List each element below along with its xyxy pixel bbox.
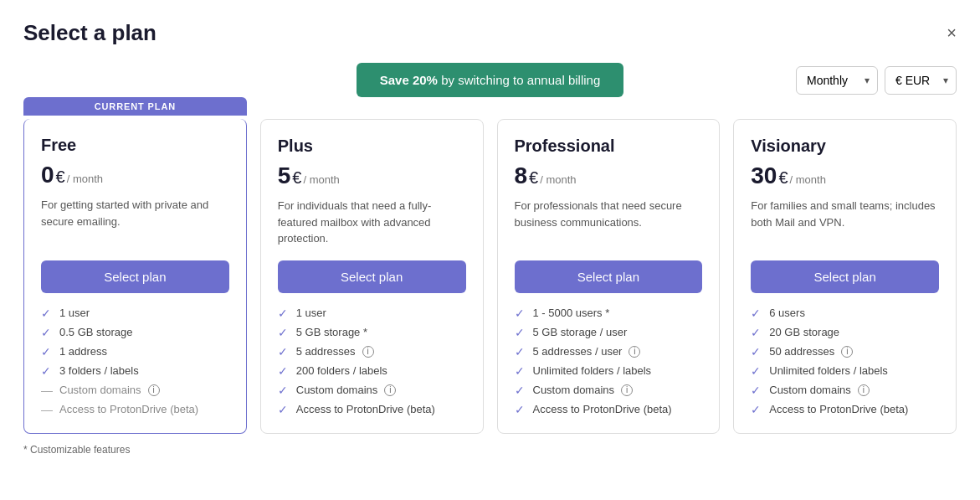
plan-card-free: CURRENT PLANFree 0 € / month For getting…: [23, 119, 247, 434]
price-currency: €: [529, 168, 538, 188]
save-bold: Save 20%: [380, 73, 438, 87]
check-icon: ✓: [41, 307, 53, 320]
features-list-free: ✓ 1 user ✓ 0.5 GB storage ✓ 1 address ✓ …: [41, 307, 229, 416]
feature-text: 6 users: [769, 307, 805, 319]
feature-item: ✓ 1 user: [278, 307, 466, 320]
billing-controls: Monthly Annually € EUR $ USD £ GBP: [796, 66, 957, 95]
info-icon[interactable]: i: [858, 384, 870, 396]
feature-text: Access to ProtonDrive (beta): [769, 403, 908, 415]
feature-item: ✓ Custom domains i: [751, 384, 939, 397]
info-icon[interactable]: i: [148, 384, 160, 396]
page-title: Select a plan: [23, 20, 156, 46]
dash-icon: —: [41, 403, 53, 416]
feature-text: 5 GB storage *: [296, 326, 367, 338]
check-icon: ✓: [278, 326, 290, 339]
price-period: / month: [303, 173, 339, 186]
check-icon: ✓: [751, 345, 762, 358]
feature-item: ✓ Access to ProtonDrive (beta): [751, 403, 939, 416]
info-icon[interactable]: i: [629, 346, 640, 358]
save-text: by switching to annual billing: [438, 73, 600, 87]
plans-section: CURRENT PLANFree 0 € / month For getting…: [23, 119, 957, 456]
check-icon: ✓: [278, 384, 290, 397]
plan-price-free: 0 € / month: [41, 162, 229, 188]
plans-grid: CURRENT PLANFree 0 € / month For getting…: [23, 119, 957, 434]
currency-select[interactable]: € EUR $ USD £ GBP: [885, 66, 957, 95]
price-amount: 8: [515, 162, 528, 189]
feature-item: ✓ Access to ProtonDrive (beta): [515, 403, 703, 416]
price-currency: €: [56, 168, 65, 187]
features-list-plus: ✓ 1 user ✓ 5 GB storage * ✓ 5 addresses …: [278, 307, 466, 416]
billing-select-wrapper: Monthly Annually: [796, 66, 878, 95]
check-icon: ✓: [515, 307, 526, 320]
feature-text: Access to ProtonDrive (beta): [533, 403, 672, 415]
check-icon: ✓: [278, 403, 290, 416]
plan-card-professional: Professional 8 € / month For professiona…: [497, 119, 721, 434]
feature-item: ✓ 6 users: [751, 307, 939, 320]
plan-name-visionary: Visionary: [751, 137, 939, 156]
feature-item: ✓ Custom domains i: [515, 384, 703, 397]
select-plan-button-free[interactable]: Select plan: [41, 260, 229, 293]
check-icon: ✓: [41, 364, 53, 378]
toolbar: Save 20% by switching to annual billing …: [23, 63, 957, 97]
plan-card-plus: Plus 5 € / month For individuals that ne…: [260, 119, 484, 434]
plan-description-plus: For individuals that need a fully-featur…: [278, 198, 466, 247]
feature-text: Custom domains: [59, 384, 141, 396]
price-period: / month: [67, 173, 103, 185]
feature-item: ✓ 5 addresses i: [278, 345, 466, 358]
check-icon: ✓: [278, 345, 290, 358]
feature-item: ✓ 200 folders / labels: [278, 364, 466, 378]
feature-item: — Custom domains i: [41, 384, 229, 397]
feature-item: ✓ Unlimited folders / labels: [515, 364, 703, 378]
check-icon: ✓: [515, 326, 526, 339]
check-icon: ✓: [751, 326, 762, 339]
features-list-professional: ✓ 1 - 5000 users * ✓ 5 GB storage / user…: [515, 307, 703, 416]
select-plan-button-visionary[interactable]: Select plan: [751, 260, 939, 293]
feature-item: ✓ 5 GB storage / user: [515, 326, 703, 339]
check-icon: ✓: [751, 307, 762, 320]
billing-select[interactable]: Monthly Annually: [796, 66, 878, 95]
feature-item: ✓ 50 addresses i: [751, 345, 939, 358]
select-plan-button-plus[interactable]: Select plan: [278, 260, 466, 293]
feature-text: 0.5 GB storage: [59, 326, 132, 338]
feature-item: ✓ Unlimited folders / labels: [751, 364, 939, 378]
plan-name-plus: Plus: [278, 137, 466, 156]
check-icon: ✓: [515, 384, 526, 397]
feature-item: ✓ 5 addresses / user i: [515, 345, 703, 358]
feature-item: ✓ 20 GB storage: [751, 326, 939, 339]
feature-item: ✓ Access to ProtonDrive (beta): [278, 403, 466, 416]
plan-card-visionary: Visionary 30 € / month For families and …: [733, 119, 957, 434]
check-icon: ✓: [515, 345, 526, 358]
features-list-visionary: ✓ 6 users ✓ 20 GB storage ✓ 50 addresses…: [751, 307, 939, 416]
plan-description-free: For getting started with private and sec…: [41, 197, 229, 247]
feature-item: ✓ 0.5 GB storage: [41, 326, 229, 339]
price-period: / month: [790, 173, 826, 186]
close-icon[interactable]: ×: [947, 23, 957, 43]
info-icon[interactable]: i: [841, 346, 853, 358]
check-icon: ✓: [515, 403, 526, 416]
price-currency: €: [292, 168, 301, 188]
feature-item: ✓ Custom domains i: [278, 384, 466, 397]
info-icon[interactable]: i: [621, 384, 633, 396]
feature-item: ✓ 1 address: [41, 345, 229, 358]
check-icon: ✓: [515, 364, 526, 378]
footnote: * Customizable features: [23, 444, 957, 456]
feature-text: 5 addresses: [296, 345, 356, 358]
info-icon[interactable]: i: [384, 384, 396, 396]
feature-text: Custom domains: [296, 384, 378, 396]
price-period: / month: [540, 173, 576, 186]
select-plan-button-professional[interactable]: Select plan: [515, 260, 703, 293]
check-icon: ✓: [751, 364, 762, 378]
feature-item: ✓ 3 folders / labels: [41, 364, 229, 378]
plan-name-professional: Professional: [515, 137, 703, 156]
feature-text: 3 folders / labels: [59, 364, 139, 377]
info-icon[interactable]: i: [362, 346, 374, 358]
feature-text: 5 GB storage / user: [533, 326, 628, 338]
price-amount: 30: [751, 162, 777, 189]
check-icon: ✓: [278, 364, 290, 378]
plan-price-visionary: 30 € / month: [751, 162, 939, 189]
plan-description-visionary: For families and small teams; includes b…: [751, 198, 939, 247]
feature-text: Unlimited folders / labels: [533, 364, 652, 377]
currency-select-wrapper: € EUR $ USD £ GBP: [885, 66, 957, 95]
feature-text: 1 - 5000 users *: [533, 307, 610, 319]
dash-icon: —: [41, 384, 53, 397]
